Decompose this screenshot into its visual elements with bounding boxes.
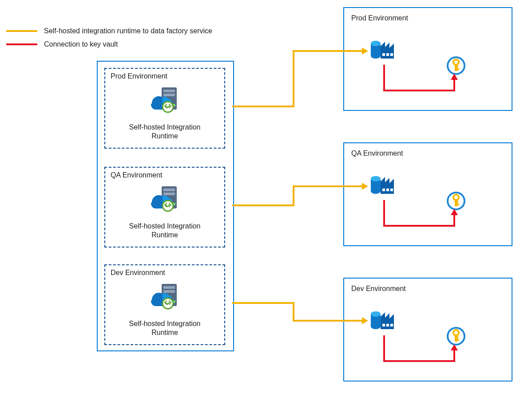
svg-point-36 — [371, 311, 381, 317]
svg-rect-1 — [163, 90, 175, 92]
connector-datafactory — [232, 204, 294, 206]
svg-rect-18 — [386, 53, 389, 56]
svg-point-16 — [371, 41, 381, 46]
shir-box-title: QA Environment — [111, 171, 163, 179]
arrow-right-icon — [362, 183, 368, 190]
svg-rect-37 — [382, 324, 385, 326]
connector-datafactory — [293, 302, 294, 322]
svg-rect-6 — [163, 189, 175, 191]
svg-rect-2 — [163, 94, 175, 96]
env-box-title: QA Environment — [351, 149, 403, 157]
azure-data-factory-icon — [370, 310, 397, 337]
diagram-canvas: Self-hosted integration runtime to data … — [0, 0, 532, 401]
connector-keyvault — [383, 225, 455, 227]
shir-box-title: Dev Environment — [111, 269, 165, 277]
env-box-qa: QA Environment — [343, 142, 512, 246]
shir-box-dev: Dev Environment Self-hosted IntegrationR… — [104, 264, 225, 345]
env-box-title: Prod Environment — [351, 14, 408, 22]
legend: Self-hosted integration runtime to data … — [6, 24, 212, 51]
svg-rect-12 — [163, 290, 175, 293]
connector-keyvault — [453, 79, 455, 91]
connector-keyvault — [383, 360, 455, 362]
self-hosted-integration-runtime-icon — [148, 283, 181, 311]
self-hosted-integration-runtime-icon — [148, 185, 181, 214]
shir-container: Prod Environment Self-hosted Integration… — [97, 61, 234, 351]
arrow-right-icon — [362, 47, 368, 55]
connector-datafactory — [232, 302, 294, 304]
connector-keyvault — [383, 90, 455, 91]
legend-item: Self-hosted integration runtime to data … — [6, 24, 212, 38]
svg-rect-34 — [455, 201, 458, 203]
svg-rect-43 — [455, 339, 459, 341]
svg-rect-38 — [386, 324, 389, 326]
svg-rect-28 — [386, 189, 389, 191]
connector-datafactory — [293, 185, 294, 206]
azure-data-factory-icon — [370, 174, 397, 202]
connector-datafactory — [293, 50, 363, 52]
svg-rect-39 — [390, 324, 393, 326]
shir-box-qa: QA Environment Self-hosted IntegrationRu… — [104, 167, 225, 248]
shir-caption-text: Self-hosted IntegrationRuntime — [129, 123, 201, 140]
connector-keyvault — [383, 65, 385, 91]
svg-rect-44 — [455, 336, 458, 338]
shir-caption: Self-hosted IntegrationRuntime — [105, 319, 224, 337]
env-box-dev: Dev Environment — [343, 278, 512, 381]
shir-caption-text: Self-hosted IntegrationRuntime — [129, 320, 201, 336]
connector-datafactory — [232, 106, 294, 107]
svg-rect-19 — [390, 53, 393, 56]
svg-rect-17 — [382, 53, 385, 56]
legend-swatch-yellow — [6, 30, 37, 32]
self-hosted-integration-runtime-icon — [148, 86, 181, 115]
legend-label: Connection to key vault — [44, 40, 118, 48]
connector-datafactory — [293, 185, 363, 187]
env-box-title: Dev Environment — [351, 285, 406, 293]
svg-rect-24 — [455, 66, 458, 67]
svg-rect-7 — [163, 193, 175, 195]
connector-keyvault — [383, 200, 385, 227]
azure-data-factory-icon — [370, 39, 397, 67]
shir-box-title: Prod Environment — [111, 72, 167, 80]
legend-item: Connection to key vault — [6, 38, 212, 51]
shir-caption: Self-hosted IntegrationRuntime — [105, 222, 224, 240]
shir-caption: Self-hosted IntegrationRuntime — [105, 123, 224, 141]
arrow-up-icon — [451, 344, 458, 350]
connector-datafactory — [293, 320, 363, 322]
legend-swatch-red — [6, 43, 37, 45]
arrow-up-icon — [451, 209, 458, 215]
svg-point-26 — [371, 176, 381, 181]
svg-rect-29 — [390, 189, 393, 191]
env-box-prod: Prod Environment — [343, 7, 512, 111]
shir-box-prod: Prod Environment Self-hosted Integration… — [104, 68, 225, 149]
svg-rect-11 — [163, 286, 175, 289]
legend-label: Self-hosted integration runtime to data … — [44, 27, 212, 35]
svg-rect-23 — [455, 68, 459, 70]
connector-keyvault — [453, 350, 455, 362]
connector-keyvault — [383, 335, 385, 362]
connector-keyvault — [453, 214, 455, 227]
shir-caption-text: Self-hosted IntegrationRuntime — [129, 222, 201, 239]
svg-rect-33 — [455, 204, 459, 205]
svg-rect-27 — [382, 189, 385, 191]
connector-datafactory — [293, 50, 294, 107]
arrow-right-icon — [362, 317, 368, 324]
arrow-up-icon — [451, 74, 458, 80]
